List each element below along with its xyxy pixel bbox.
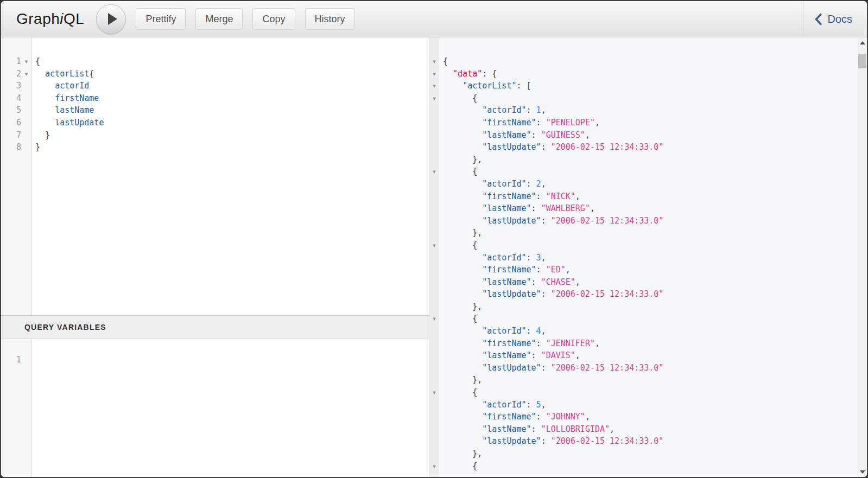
fold-arrow-icon[interactable]: ▾ <box>21 55 31 68</box>
execute-button[interactable] <box>96 4 126 34</box>
result-line: "firstName": "ED", <box>443 264 854 276</box>
docs-link[interactable]: Docs <box>803 1 867 37</box>
fold-arrow-icon[interactable]: ▾ <box>429 80 439 92</box>
fold-arrow-icon[interactable]: ▾ <box>429 92 439 105</box>
result-line: }, <box>443 227 854 239</box>
token-num: 4 <box>536 326 541 336</box>
result-line: "lastName": "CHASE", <box>443 276 854 289</box>
gutter-line <box>429 117 439 129</box>
gutter-line <box>429 129 439 142</box>
token-punct: , <box>566 265 571 275</box>
gutter-line <box>429 178 439 190</box>
gutter-line <box>429 141 439 154</box>
query-variables-header[interactable]: QUERY VARIABLES <box>1 315 429 339</box>
token-punct: : <box>516 81 521 91</box>
token-num: 2 <box>536 179 541 189</box>
code-line: { <box>35 55 429 68</box>
gutter-line: 1 <box>1 354 31 366</box>
fold-spacer <box>21 92 31 105</box>
token-punct: : <box>536 118 541 128</box>
fold-spacer <box>429 349 439 362</box>
result-line: "firstName": "JENNIFER", <box>443 337 854 350</box>
line-number: 8 <box>1 141 21 154</box>
scroll-up-icon <box>860 41 865 44</box>
token-punct: : <box>541 436 546 446</box>
token-punct: }, <box>472 302 482 311</box>
token-prop: "lastUpdate" <box>482 363 541 373</box>
token-punct: , <box>610 424 614 434</box>
fold-arrow-icon[interactable]: ▾ <box>429 165 439 178</box>
gutter-line: 6 <box>1 117 31 129</box>
gutter-line <box>429 337 439 350</box>
fold-arrow-icon[interactable]: ▾ <box>429 313 439 325</box>
fold-spacer <box>21 141 31 154</box>
fold-spacer <box>429 288 439 301</box>
query-variables-title: QUERY VARIABLES <box>24 323 106 332</box>
token-punct: , <box>585 130 590 140</box>
line-number: 2 <box>1 68 21 80</box>
result-scrollbar[interactable] <box>858 37 867 477</box>
token-punct: }, <box>472 228 482 238</box>
result-line: "lastUpdate": "2006-02-15 12:34:33.0" <box>443 215 854 227</box>
result-pane: ▾▾▾▾▾▾▾▾▾ { "data": { "actorList": [ { "… <box>429 37 867 477</box>
token-punct: }, <box>472 449 482 458</box>
scrollbar-thumb[interactable] <box>858 54 866 68</box>
gutter-line: ▾ <box>429 165 439 178</box>
copy-button[interactable]: Copy <box>252 8 295 30</box>
token-str: "CHASE" <box>541 277 575 287</box>
graphiql-logo: GraphiQL <box>16 10 84 28</box>
fold-arrow-icon[interactable]: ▾ <box>429 55 439 68</box>
token-punct: : <box>482 69 487 79</box>
scroll-up-button[interactable] <box>858 37 867 48</box>
token-str: "2006-02-15 12:34:33.0" <box>551 142 664 152</box>
scroll-down-button[interactable] <box>858 467 867 477</box>
token-prop: "actorId" <box>482 253 526 263</box>
token-punct: : <box>527 105 531 115</box>
token-prop: "lastUpdate" <box>482 289 541 299</box>
token-punct: { <box>492 69 497 79</box>
fold-arrow-icon[interactable]: ▾ <box>429 68 439 80</box>
history-button[interactable]: History <box>305 8 355 30</box>
token-punct: : <box>527 179 531 189</box>
token-punct: : <box>536 192 541 201</box>
variables-code-area[interactable] <box>32 339 429 477</box>
result-line: "lastUpdate": "2006-02-15 12:34:33.0" <box>443 435 854 448</box>
token-str: "DAVIS" <box>541 350 575 360</box>
fold-spacer <box>429 423 439 436</box>
logo-text: Graph <box>16 10 60 27</box>
token-prop: "firstName" <box>482 192 536 201</box>
token-punct: : <box>531 277 536 287</box>
gutter-line: ▾ <box>429 55 439 68</box>
token-str: "JENNIFER" <box>546 339 595 348</box>
fold-arrow-icon[interactable]: ▾ <box>21 68 31 80</box>
fold-spacer <box>429 227 439 239</box>
prettify-button[interactable]: Prettify <box>136 8 186 30</box>
line-number: 3 <box>1 80 21 92</box>
fold-spacer <box>21 117 31 129</box>
token-prop: "lastName" <box>482 130 531 140</box>
fold-arrow-icon[interactable]: ▾ <box>429 460 439 473</box>
gutter-line <box>429 435 439 448</box>
token-punct: { <box>472 314 477 323</box>
code-line: firstName <box>35 92 429 105</box>
fold-spacer <box>429 337 439 350</box>
token-punct: , <box>541 326 546 336</box>
fold-spacer <box>429 202 439 215</box>
gutter-line <box>429 362 439 374</box>
fold-arrow-icon[interactable]: ▾ <box>429 239 439 252</box>
result-line: "actorId": 3, <box>443 252 854 264</box>
gutter-line <box>429 215 439 227</box>
result-line: }, <box>443 154 854 166</box>
fold-arrow-icon[interactable]: ▾ <box>429 386 439 399</box>
chevron-left-icon <box>814 13 822 26</box>
merge-button[interactable]: Merge <box>195 8 243 30</box>
token-num: 5 <box>536 400 541 410</box>
query-code-area[interactable]: { actorList{ actorId firstName lastName … <box>32 37 429 315</box>
token-punct: : <box>541 142 546 152</box>
gutter-line: ▾ <box>429 313 439 325</box>
logo-text-suffix: QL <box>64 10 84 27</box>
gutter-line <box>429 264 439 276</box>
token-prop: "firstName" <box>482 265 536 275</box>
token-punct: , <box>541 400 546 410</box>
result-line: "lastUpdate": "2006-02-15 12:34:33.0" <box>443 362 854 374</box>
